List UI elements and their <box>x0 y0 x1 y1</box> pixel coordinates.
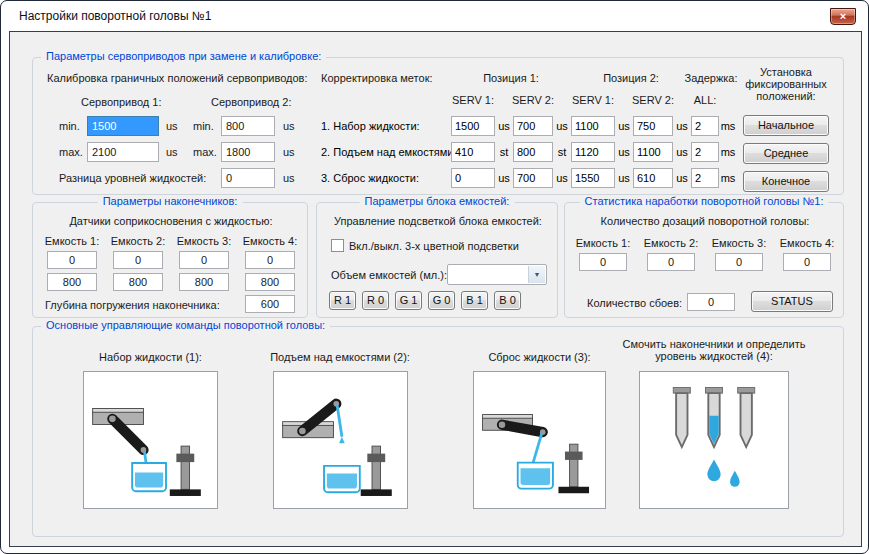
min-label: min. <box>193 120 214 132</box>
raise-pos1-serv1-input[interactable] <box>451 142 495 162</box>
container-volume-select[interactable]: ▼ <box>447 264 547 285</box>
red-on-button[interactable]: R 1 <box>329 291 356 310</box>
immersion-depth-input[interactable] <box>245 295 295 313</box>
backlight-checkbox[interactable] <box>331 239 344 252</box>
failure-count-input[interactable] <box>687 293 735 311</box>
raise-delay-input[interactable] <box>691 142 719 162</box>
servo-params-group-title: Параметры сервоприводов при замене и кал… <box>41 50 326 62</box>
command-intake-label: Набор жидкости (1): <box>83 351 218 363</box>
unit-label: ms <box>719 120 737 132</box>
sensor3-upper-input[interactable] <box>179 251 229 269</box>
unit-label: ms <box>719 146 737 158</box>
container3-column-label: Емкость 3: <box>173 235 235 247</box>
container1-column-label: Емкость 1: <box>571 237 635 249</box>
correction-row-discharge: 3. Сброс жидкости: us us us us ms <box>321 168 737 188</box>
title-bar[interactable]: Настройки поворотной головы №1 × <box>1 1 868 31</box>
liquid-level-diff-input[interactable] <box>221 168 275 188</box>
container-block-group-title: Параметры блока емкостей: <box>360 195 515 207</box>
container2-column-label: Емкость 2: <box>639 237 703 249</box>
sensor1-lower-input[interactable] <box>47 273 97 291</box>
discharge-pos2-serv2-input[interactable] <box>633 168 673 188</box>
failure-count-label: Количество сбоев: <box>587 297 682 309</box>
sensor2-upper-input[interactable] <box>113 251 163 269</box>
discharge-pos2-serv1-input[interactable] <box>571 168 615 188</box>
unit-label: st <box>495 146 513 158</box>
raise-pos2-serv2-input[interactable] <box>633 142 673 162</box>
serv2-header: SERV 2: <box>631 94 675 106</box>
chevron-down-icon: ▼ <box>528 266 545 283</box>
serv1-header: SERV 1: <box>449 94 497 106</box>
unit-label: us <box>166 146 178 158</box>
final-position-button[interactable]: Конечное <box>743 171 829 192</box>
unit-label: us <box>673 172 691 184</box>
intake-pos2-serv1-input[interactable] <box>571 116 615 136</box>
green-off-button[interactable]: G 0 <box>428 291 455 310</box>
red-off-button[interactable]: R 0 <box>362 291 389 310</box>
raise-pos1-serv2-input[interactable] <box>513 142 553 162</box>
dosing-count2-input[interactable] <box>647 253 695 271</box>
servo1-min-input[interactable] <box>87 116 159 136</box>
command-wet-tips-button[interactable] <box>639 371 789 509</box>
sensor3-lower-input[interactable] <box>179 273 229 291</box>
tubes-wetting-illustration <box>643 375 785 505</box>
correction-row-label: 3. Сброс жидкости: <box>321 172 451 184</box>
blue-off-button[interactable]: B 0 <box>494 291 521 310</box>
dosing-count1-input[interactable] <box>579 253 627 271</box>
tips-params-group-title: Параметры наконечников: <box>98 195 243 207</box>
servo1-label: Сервопривод 1: <box>81 96 161 108</box>
unit-label: us <box>615 146 633 158</box>
dosing-count3-input[interactable] <box>715 253 763 271</box>
servo2-min-input[interactable] <box>221 116 275 136</box>
discharge-delay-input[interactable] <box>691 168 719 188</box>
max-label: max. <box>193 146 217 158</box>
tips-params-group: Параметры наконечников: Датчики соприкос… <box>32 202 308 318</box>
settings-window: Настройки поворотной головы №1 × Парамет… <box>0 0 869 554</box>
sensor4-lower-input[interactable] <box>245 273 295 291</box>
command-discharge-button[interactable] <box>473 371 606 509</box>
close-button[interactable]: × <box>830 8 856 25</box>
unit-label: us <box>283 120 295 132</box>
intake-pos2-serv2-input[interactable] <box>633 116 673 136</box>
command-raise-button[interactable] <box>273 371 408 509</box>
dialog-content: Параметры сервоприводов при замене и кал… <box>9 31 862 547</box>
correction-row-intake: 1. Набор жидкости: us us us us ms <box>321 116 737 136</box>
min-label: min. <box>59 120 80 132</box>
raise-pos2-serv1-input[interactable] <box>571 142 615 162</box>
correction-row-raise: 2. Подъем над емкостями: st st us us ms <box>321 142 737 162</box>
unit-label: st <box>553 146 571 158</box>
max-label: max. <box>59 146 83 158</box>
initial-position-button[interactable]: Начальное <box>743 115 829 136</box>
unit-label: us <box>553 120 571 132</box>
main-commands-group-title: Основные управляющие команды поворотной … <box>41 319 330 331</box>
fixed-positions-title: Установка фиксированных положений: <box>733 66 839 102</box>
main-commands-group: Основные управляющие команды поворотной … <box>32 326 844 537</box>
immersion-depth-label: Глубина погружения наконечника: <box>45 299 220 311</box>
dosing-count4-input[interactable] <box>783 253 831 271</box>
sensor1-upper-input[interactable] <box>47 251 97 269</box>
discharge-pos1-serv1-input[interactable] <box>451 168 495 188</box>
status-button[interactable]: STATUS <box>751 291 833 312</box>
middle-position-button[interactable]: Среднее <box>743 143 829 164</box>
container2-column-label: Емкость 2: <box>107 235 169 247</box>
intake-pos1-serv2-input[interactable] <box>513 116 553 136</box>
command-intake-button[interactable] <box>83 371 218 509</box>
liquid-contact-sensors-label: Датчики соприкосновения с жидкостью: <box>33 215 309 227</box>
unit-label: us <box>615 120 633 132</box>
servo1-max-input[interactable] <box>87 142 159 162</box>
sensor4-upper-input[interactable] <box>245 251 295 269</box>
statistics-group: Статистика наработки поворотной головы №… <box>564 202 844 318</box>
servo-params-group: Параметры сервоприводов при замене и кал… <box>32 57 844 195</box>
intake-delay-input[interactable] <box>691 116 719 136</box>
window-title: Настройки поворотной головы №1 <box>19 9 211 23</box>
container-block-group: Параметры блока емкостей: Управление под… <box>316 202 558 318</box>
intake-pos1-serv1-input[interactable] <box>451 116 495 136</box>
discharge-pos1-serv2-input[interactable] <box>513 168 553 188</box>
serv2-header: SERV 2: <box>511 94 555 106</box>
sensor2-lower-input[interactable] <box>113 273 163 291</box>
backlight-checkbox-label: Вкл./выкл. 3-х цветной подсветки <box>349 240 519 252</box>
servo2-max-input[interactable] <box>221 142 275 162</box>
blue-on-button[interactable]: B 1 <box>461 291 488 310</box>
correction-row-label: 2. Подъем над емкостями: <box>321 146 451 158</box>
position1-header: Позиция 1: <box>451 72 571 84</box>
green-on-button[interactable]: G 1 <box>395 291 422 310</box>
